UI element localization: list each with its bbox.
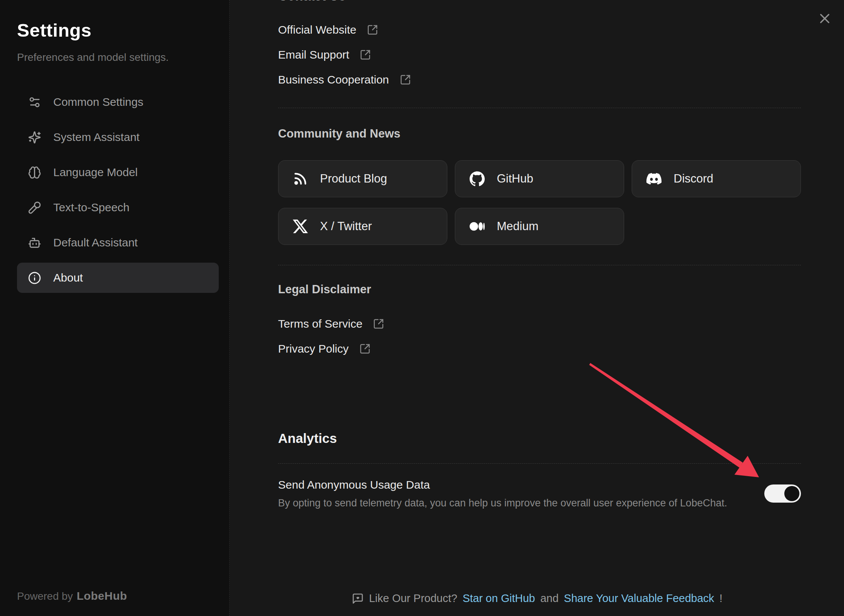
- sidebar-item-default-assistant[interactable]: Default Assistant: [17, 228, 219, 258]
- powered-by-text: Powered by: [17, 590, 73, 602]
- email-support-link[interactable]: Email Support: [278, 42, 801, 67]
- button-label: Medium: [497, 220, 538, 233]
- button-label: X / Twitter: [320, 220, 372, 233]
- x-icon: [293, 219, 308, 234]
- page-title: Settings: [17, 20, 219, 41]
- telemetry-setting-title: Send Anonymous Usage Data: [278, 477, 727, 493]
- contact-links: Official Website Email Support Business …: [278, 0, 801, 92]
- external-link-icon: [359, 343, 371, 354]
- telemetry-setting-row: Send Anonymous Usage Data By opting to s…: [278, 477, 801, 511]
- sidebar-item-label: Default Assistant: [53, 236, 138, 249]
- powered-by: Powered byLobeHub: [17, 590, 127, 602]
- legal-heading: Legal Disclaimer: [278, 281, 801, 298]
- sidebar-item-system-assistant[interactable]: System Assistant: [17, 122, 219, 152]
- sidebar-item-language-model[interactable]: Language Model: [17, 157, 219, 187]
- rss-icon: [293, 171, 308, 186]
- link-label: Official Website: [278, 23, 356, 36]
- discord-icon: [646, 171, 662, 186]
- telemetry-setting-description: By opting to send telemetry data, you ca…: [278, 495, 727, 511]
- sparkles-icon: [28, 131, 41, 144]
- external-link-icon: [367, 24, 378, 36]
- analytics-heading: Analytics: [278, 430, 801, 447]
- sidebar-item-text-to-speech[interactable]: Text-to-Speech: [17, 192, 219, 223]
- sidebar-item-label: System Assistant: [53, 131, 139, 144]
- sidebar-item-label: Common Settings: [53, 96, 143, 108]
- telemetry-setting-text: Send Anonymous Usage Data By opting to s…: [278, 477, 727, 511]
- github-icon: [470, 171, 485, 186]
- settings-menu: Common Settings System Assistant Languag…: [17, 87, 219, 293]
- footer-prefix: Like Our Product?: [369, 592, 458, 605]
- mic-icon: [28, 201, 41, 214]
- feedback-heart-icon: [352, 593, 364, 605]
- link-label: Business Cooperation: [278, 73, 389, 86]
- section-divider: [278, 463, 801, 464]
- external-link-icon: [373, 318, 384, 330]
- button-label: Discord: [674, 172, 713, 186]
- footer-conjunction: and: [540, 592, 558, 605]
- bot-icon: [28, 236, 41, 249]
- community-heading: Community and News: [278, 125, 801, 142]
- x-twitter-button[interactable]: X / Twitter: [278, 208, 447, 245]
- section-divider: [278, 108, 801, 108]
- discord-button[interactable]: Discord: [632, 160, 801, 197]
- github-button[interactable]: GitHub: [455, 160, 624, 197]
- contact-us-heading: Contact Us: [278, 0, 346, 3]
- sliders-icon: [28, 96, 41, 109]
- about-panel: Contact Us Official Website Email Suppor…: [230, 0, 844, 616]
- sidebar-item-label: Text-to-Speech: [53, 201, 130, 214]
- toggle-knob: [784, 486, 799, 501]
- brain-icon: [28, 166, 41, 179]
- sidebar-item-common-settings[interactable]: Common Settings: [17, 87, 219, 117]
- close-icon: [817, 11, 833, 26]
- footer-suffix: !: [719, 592, 722, 605]
- usage-toggle[interactable]: [764, 484, 801, 503]
- info-icon: [28, 271, 41, 285]
- link-label: Privacy Policy: [278, 342, 349, 355]
- community-buttons: Product Blog GitHub Discord X / Twitter …: [278, 160, 801, 245]
- terms-of-service-link[interactable]: Terms of Service: [278, 311, 801, 336]
- section-divider: [278, 265, 801, 265]
- sidebar-item-about[interactable]: About: [17, 263, 219, 293]
- button-label: GitHub: [497, 172, 533, 186]
- official-website-link[interactable]: Official Website: [278, 17, 801, 42]
- external-link-icon: [360, 49, 371, 60]
- product-blog-button[interactable]: Product Blog: [278, 160, 447, 197]
- page-subtitle: Preferences and model settings.: [17, 51, 219, 63]
- close-button[interactable]: [817, 11, 833, 26]
- privacy-policy-link[interactable]: Privacy Policy: [278, 336, 801, 361]
- share-feedback-link[interactable]: Share Your Valuable Feedback: [564, 592, 714, 605]
- link-label: Email Support: [278, 48, 349, 61]
- medium-button[interactable]: Medium: [455, 208, 624, 245]
- medium-icon: [470, 219, 485, 234]
- like-product-footer: Like Our Product? Star on GitHub and Sha…: [230, 592, 844, 605]
- legal-links: Terms of Service Privacy Policy: [278, 298, 801, 361]
- star-on-github-link[interactable]: Star on GitHub: [462, 592, 535, 605]
- settings-sidebar: Settings Preferences and model settings.…: [0, 0, 230, 616]
- lobehub-brand: LobeHub: [77, 590, 127, 602]
- sidebar-item-label: About: [53, 271, 83, 284]
- sidebar-item-label: Language Model: [53, 166, 138, 179]
- business-cooperation-link[interactable]: Business Cooperation: [278, 67, 801, 92]
- link-label: Terms of Service: [278, 317, 362, 330]
- button-label: Product Blog: [320, 172, 387, 186]
- external-link-icon: [400, 74, 411, 85]
